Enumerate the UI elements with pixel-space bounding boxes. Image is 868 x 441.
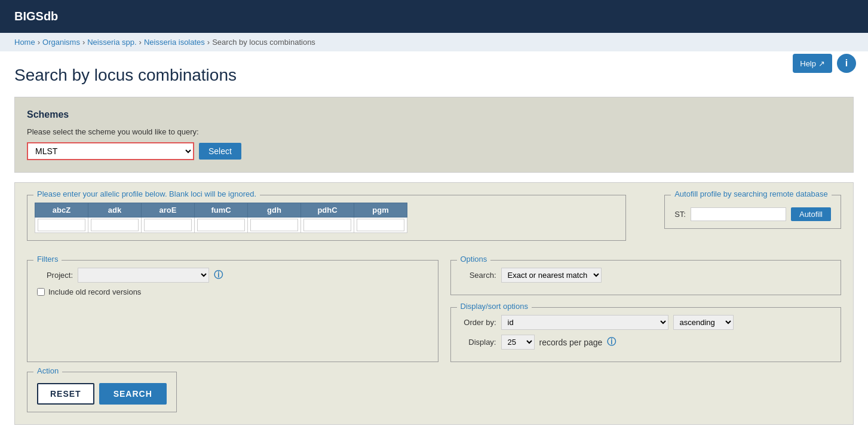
locus-input-aroE[interactable] bbox=[144, 219, 192, 231]
display-sort-legend: Display/sort options bbox=[457, 302, 532, 311]
locus-input-row bbox=[35, 218, 407, 233]
profile-section: Please enter your allelic profile below.… bbox=[27, 195, 626, 241]
info-button[interactable]: i bbox=[837, 54, 856, 73]
st-input[interactable] bbox=[691, 207, 786, 221]
scheme-select[interactable]: MLST bbox=[27, 142, 194, 160]
records-per-page-label: records per page bbox=[539, 338, 603, 347]
page-title: Search by locus combinations bbox=[14, 66, 854, 85]
locus-cell-pdhC bbox=[301, 218, 354, 233]
project-label: Project: bbox=[37, 271, 73, 280]
locus-cell-adk bbox=[88, 218, 142, 233]
search-option-row: Search: Exact or nearest match Exact mat… bbox=[461, 268, 832, 283]
locus-table: abcZadkaroEfumCgdhpdhCpgm bbox=[35, 203, 407, 233]
breadcrumb: Home › Organisms › Neisseria spp. › Neis… bbox=[0, 33, 868, 51]
include-old-label: Include old record versions bbox=[48, 287, 141, 296]
display-label: Display: bbox=[461, 338, 496, 347]
order-by-label: Order by: bbox=[461, 318, 496, 327]
breadcrumb-neisseria-isolates[interactable]: Neisseria isolates bbox=[144, 38, 205, 47]
action-legend: Action bbox=[33, 366, 62, 375]
form-area: Please enter your allelic profile below.… bbox=[14, 182, 854, 425]
locus-input-pgm[interactable] bbox=[357, 219, 404, 231]
locus-cell-gdh bbox=[248, 218, 301, 233]
locus-header-pgm: pgm bbox=[354, 203, 407, 218]
top-row: Please enter your allelic profile below.… bbox=[27, 195, 841, 250]
page-content: Search by locus combinations Schemes Ple… bbox=[0, 51, 868, 439]
reset-button[interactable]: RESET bbox=[37, 383, 94, 405]
locus-header-abcZ: abcZ bbox=[35, 203, 88, 218]
locus-cell-aroE bbox=[142, 218, 195, 233]
app-title: BIGSdb bbox=[14, 10, 58, 23]
autofill-wrapper: Autofill profile by searching remote dat… bbox=[638, 195, 841, 229]
breadcrumb-home[interactable]: Home bbox=[14, 38, 35, 47]
display-sort-section: Display/sort options Order by: id ascend… bbox=[450, 307, 842, 362]
project-select[interactable] bbox=[78, 268, 209, 283]
select-button[interactable]: Select bbox=[199, 143, 241, 160]
options-legend: Options bbox=[457, 255, 491, 264]
middle-row: Filters Project: ⓘ Include old record ve… bbox=[27, 260, 841, 362]
project-row: Project: ⓘ bbox=[37, 268, 428, 283]
filters-legend: Filters bbox=[33, 255, 62, 264]
locus-cell-abcZ bbox=[35, 218, 88, 233]
profile-legend: Please enter your allelic profile below.… bbox=[33, 189, 260, 198]
right-column: Options Search: Exact or nearest match E… bbox=[450, 260, 842, 362]
locus-header-adk: adk bbox=[88, 203, 142, 218]
records-info-icon[interactable]: ⓘ bbox=[607, 336, 616, 348]
locus-input-abcZ[interactable] bbox=[38, 219, 85, 231]
locus-header-fumC: fumC bbox=[195, 203, 248, 218]
st-label: ST: bbox=[674, 210, 686, 219]
locus-cell-pgm bbox=[354, 218, 407, 233]
filters-section: Filters Project: ⓘ Include old record ve… bbox=[27, 260, 438, 362]
search-label: Search: bbox=[461, 271, 496, 280]
locus-header-aroE: aroE bbox=[142, 203, 195, 218]
locus-header-gdh: gdh bbox=[248, 203, 301, 218]
info-icon: i bbox=[845, 58, 848, 69]
schemes-section: Schemes Please select the scheme you wou… bbox=[14, 97, 854, 173]
app-header: BIGSdb bbox=[0, 0, 868, 33]
autofill-section: Autofill profile by searching remote dat… bbox=[664, 195, 841, 229]
include-old-checkbox[interactable] bbox=[37, 288, 45, 296]
breadcrumb-current: Search by locus combinations bbox=[212, 38, 315, 47]
schemes-description: Please select the scheme you would like … bbox=[27, 127, 841, 136]
autofill-legend: Autofill profile by searching remote dat… bbox=[671, 189, 832, 198]
direction-select[interactable]: ascending descending bbox=[673, 315, 734, 330]
search-select[interactable]: Exact or nearest match Exact match only bbox=[501, 268, 602, 283]
help-label: Help bbox=[800, 59, 816, 68]
locus-input-fumC[interactable] bbox=[197, 219, 245, 231]
breadcrumb-neisseria-spp[interactable]: Neisseria spp. bbox=[87, 38, 136, 47]
search-button[interactable]: SEARCH bbox=[99, 383, 167, 405]
locus-input-adk[interactable] bbox=[91, 219, 139, 231]
autofill-button[interactable]: Autofill bbox=[791, 207, 831, 221]
action-section: Action RESET SEARCH bbox=[27, 372, 177, 412]
autofill-row: ST: Autofill bbox=[674, 207, 831, 221]
external-link-icon: ↗ bbox=[818, 59, 825, 68]
help-button[interactable]: Help ↗ bbox=[793, 54, 832, 73]
locus-header-row: abcZadkaroEfumCgdhpdhCpgm bbox=[35, 203, 407, 218]
options-section: Options Search: Exact or nearest match E… bbox=[450, 260, 842, 295]
display-row: Display: 25 50 100 200 records per page … bbox=[461, 335, 832, 350]
locus-input-gdh[interactable] bbox=[250, 219, 298, 231]
include-old-row: Include old record versions bbox=[37, 287, 428, 296]
schemes-title: Schemes bbox=[27, 109, 841, 120]
order-by-row: Order by: id ascending descending bbox=[461, 315, 832, 330]
order-by-select[interactable]: id bbox=[501, 315, 668, 330]
top-buttons: Help ↗ i bbox=[793, 54, 856, 73]
records-per-page-select[interactable]: 25 50 100 200 bbox=[501, 335, 535, 350]
profile-wrapper: Please enter your allelic profile below.… bbox=[27, 195, 626, 250]
scheme-row: MLST Select bbox=[27, 142, 841, 160]
locus-input-pdhC[interactable] bbox=[303, 219, 351, 231]
locus-cell-fumC bbox=[195, 218, 248, 233]
locus-header-pdhC: pdhC bbox=[301, 203, 354, 218]
breadcrumb-organisms[interactable]: Organisms bbox=[42, 38, 80, 47]
action-buttons: RESET SEARCH bbox=[37, 383, 167, 405]
project-info-icon[interactable]: ⓘ bbox=[214, 270, 223, 281]
